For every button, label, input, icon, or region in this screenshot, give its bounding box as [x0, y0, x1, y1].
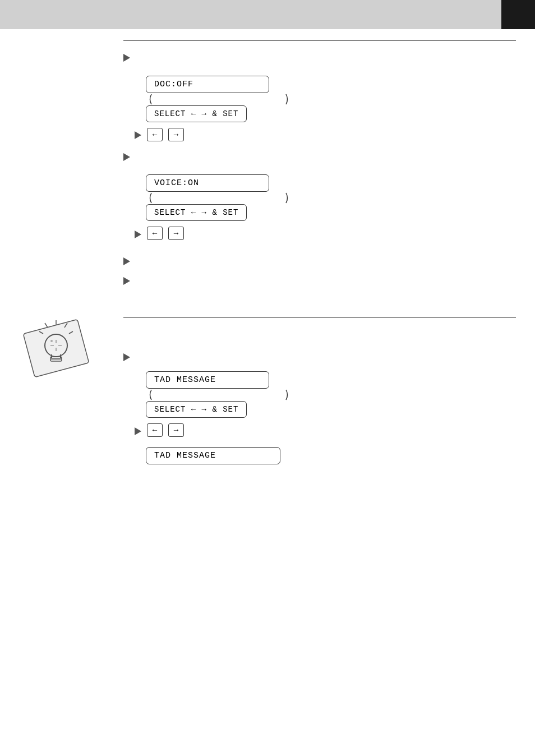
- section-2: TAD MESSAGE SELECT ← → & SET ← →: [123, 306, 516, 464]
- step-3-arrow: [123, 256, 516, 265]
- svg-line-9: [45, 323, 48, 328]
- nav-right-box-2[interactable]: →: [168, 227, 184, 240]
- arrow-right-icon-1: [123, 54, 130, 62]
- voice-on-text: VOICE:ON: [154, 178, 199, 188]
- doc-off-top-box: DOC:OFF: [146, 76, 269, 93]
- doc-off-select-text: SELECT ← → & SET: [154, 109, 238, 118]
- nav-right-box-3[interactable]: →: [168, 423, 184, 437]
- nav-bullet-1: [135, 131, 141, 139]
- top-bar: [0, 0, 535, 29]
- step-4-arrow: [123, 275, 516, 285]
- voice-on-select-text: SELECT ← → & SET: [154, 208, 238, 217]
- final-tad-message-box: TAD MESSAGE: [146, 447, 280, 464]
- doc-off-display-group: DOC:OFF SELECT ← → & SET: [146, 76, 303, 122]
- voice-on-display-group: VOICE:ON SELECT ← → & SET: [146, 174, 303, 221]
- lightbulb-container: [20, 317, 109, 385]
- connector-svg-2: [146, 192, 292, 204]
- tad-message-display-group: TAD MESSAGE SELECT ← → & SET: [146, 371, 303, 418]
- nav-left-box-2[interactable]: ←: [147, 227, 163, 240]
- arrow-right-icon-3: [123, 257, 130, 265]
- connector-svg-1: [146, 93, 292, 105]
- nav-arrows-3: ← →: [135, 423, 516, 437]
- nav-right-box-1[interactable]: →: [168, 128, 184, 141]
- section-1: DOC:OFF SELECT ← → & SET ← →: [123, 29, 516, 306]
- connector-1: [146, 93, 292, 105]
- arrow-right-icon-4: [123, 277, 130, 285]
- connector-3: [146, 389, 292, 401]
- nav-bullet-2: [135, 231, 141, 238]
- arrow-right-icon-2: [123, 153, 130, 161]
- svg-point-6: [50, 340, 53, 342]
- main-content: DOC:OFF SELECT ← → & SET ← →: [123, 29, 516, 464]
- doc-off-bottom-box: SELECT ← → & SET: [146, 105, 247, 122]
- final-tad-message-text: TAD MESSAGE: [154, 451, 216, 460]
- voice-on-bottom-box: SELECT ← → & SET: [146, 204, 247, 221]
- step-1-arrow: [123, 52, 516, 66]
- bullet-arrow-2: [123, 151, 130, 165]
- nav-arrows-1: ← →: [135, 128, 516, 141]
- nav-left-box-3[interactable]: ←: [147, 423, 163, 437]
- bullet-arrow-1: [123, 52, 130, 66]
- tad-message-text: TAD MESSAGE: [154, 375, 216, 385]
- nav-bullet-3: [135, 427, 141, 435]
- arrow-right-icon-5: [123, 353, 130, 361]
- step-2-arrow: [123, 151, 516, 165]
- tad-message-top-box: TAD MESSAGE: [146, 371, 269, 389]
- top-bar-black-block: [501, 0, 535, 29]
- tad-message-select-text: SELECT ← → & SET: [154, 405, 238, 414]
- nav-right-arrow-1: →: [174, 130, 178, 139]
- final-tad-box-wrapper: TAD MESSAGE: [146, 447, 516, 464]
- nav-right-arrow-3: →: [174, 426, 178, 435]
- nav-right-arrow-2: →: [174, 229, 178, 238]
- step-5-arrow: [123, 352, 516, 361]
- voice-on-top-box: VOICE:ON: [146, 174, 269, 192]
- nav-left-arrow-2: ←: [153, 229, 157, 238]
- connector-svg-3: [146, 389, 292, 401]
- doc-off-text: DOC:OFF: [154, 80, 193, 89]
- nav-left-arrow-1: ←: [153, 130, 157, 139]
- nav-arrows-2: ← →: [135, 227, 516, 240]
- tad-message-bottom-box: SELECT ← → & SET: [146, 401, 247, 418]
- nav-left-box-1[interactable]: ←: [147, 128, 163, 141]
- nav-left-arrow-3: ←: [153, 426, 157, 435]
- connector-2: [146, 192, 292, 204]
- lightbulb-icon: [20, 317, 93, 379]
